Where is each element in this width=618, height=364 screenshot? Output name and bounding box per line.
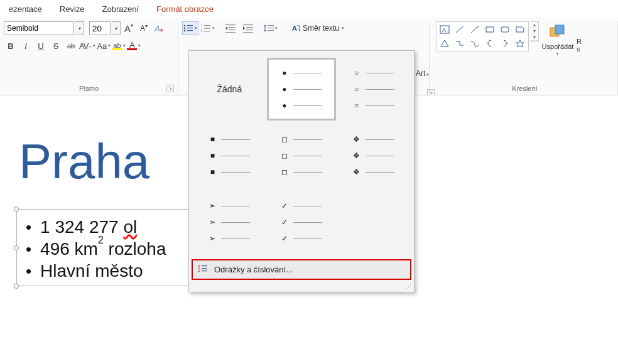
svg-rect-13 [229,27,236,28]
font-group-label-text: Písmo [79,85,99,92]
text: rozloha [104,239,166,259]
shape-triangle[interactable] [438,37,452,50]
bullet-option-empty [339,191,408,253]
underline-button[interactable]: U [34,39,48,53]
svg-rect-29 [501,27,509,32]
tab-view[interactable]: Zobrazení [94,2,148,16]
italic-button[interactable]: I [19,39,33,53]
svg-text:A: A [442,27,446,33]
svg-rect-35 [202,268,207,269]
svg-rect-21 [268,28,274,28]
svg-rect-15 [225,32,236,33]
svg-rect-7 [204,25,210,26]
arrange-button[interactable]: Uspořádat ▾ [540,21,575,59]
text-direction-button[interactable]: A Směr textu ▾ [289,23,347,34]
tab-slideshow-cut[interactable]: ezentace [0,2,51,16]
line-spacing-button[interactable] [263,21,279,35]
shapes-scroll-down[interactable]: ▾ [530,28,538,35]
decrease-indent-button[interactable] [222,21,239,35]
font-name-input[interactable] [4,21,74,35]
font-size-input[interactable] [89,21,111,35]
change-case-button[interactable]: Aa [97,39,111,53]
change-case-label: Aa [97,41,107,51]
svg-rect-20 [268,25,274,26]
shape-line[interactable] [453,23,467,36]
bullets-and-numbering-menuitem[interactable]: Odrážky a číslování... [192,259,411,280]
svg-rect-9 [204,28,210,29]
bullet-option-square[interactable]: ■ ■ ■ [195,125,264,186]
highlight-button[interactable]: ab [112,39,126,53]
shape-textbox[interactable]: A [438,23,452,36]
svg-text:A: A [292,24,297,32]
drawing-group-label: Kreslení [436,83,614,94]
svg-line-26 [456,26,464,33]
font-group-label: Písmo ↘ [4,83,174,94]
bullet-option-disc[interactable]: ● ● ● [268,58,336,120]
bullet-option-check[interactable]: ✓ ✓ ✓ [268,191,336,253]
svg-rect-16 [243,24,253,25]
bullet-option-big-square[interactable]: ◻ ◻ ◻ [268,125,336,186]
dropdown-resize-grip[interactable]: ⋰ [189,284,414,292]
increase-indent-button[interactable] [240,21,256,35]
resize-handle[interactable] [14,245,19,250]
svg-rect-28 [486,27,494,32]
svg-line-27 [471,27,477,33]
svg-point-34 [198,268,200,269]
shapes-gallery-scroll[interactable]: ▴ ▾ ▾ [530,21,539,41]
shape-rounded-rect[interactable] [498,23,512,36]
tab-picture-format[interactable]: Formát obrazce [148,2,222,16]
svg-rect-1 [187,25,193,26]
text: 1 324 277 [40,217,123,237]
bullets-button[interactable] [182,21,198,35]
bullet-option-none[interactable]: Žádná [195,58,264,120]
char-spacing-button[interactable]: AV↔ [79,39,95,53]
shape-connector2[interactable] [468,37,482,50]
wordart-button-peek[interactable]: Art▾ [416,69,429,78]
bullet-option-circle[interactable]: ○ ○ ○ [339,58,408,120]
svg-rect-18 [246,29,253,30]
svg-rect-17 [246,27,253,28]
svg-rect-5 [187,30,193,31]
shrink-font-button[interactable]: A▾ [137,21,151,35]
strikethrough-button[interactable]: S [49,39,63,53]
font-size-dropdown[interactable]: ▾ [112,21,121,35]
shape-snip-rect[interactable] [513,23,527,36]
text: Hlavní město [40,260,143,282]
font-dialog-launcher[interactable]: ↘ [166,85,174,92]
svg-point-4 [184,30,186,32]
svg-rect-14 [229,29,236,30]
bullet-option-arrow[interactable]: ➣ ➣ ➣ [195,191,264,253]
svg-rect-22 [268,30,274,31]
grow-font-button[interactable]: A▴ [122,21,136,35]
font-name-dropdown[interactable]: ▾ [75,21,84,35]
shape-rect[interactable] [483,23,497,36]
svg-rect-31 [555,25,564,34]
shape-connector1[interactable] [453,37,467,50]
clear-formatting-button[interactable]: Aᵩ [152,21,166,35]
bullet-icon: • [26,263,31,279]
svg-point-32 [198,265,200,267]
shapes-scroll-up[interactable]: ▴ [530,22,538,28]
numbering-button[interactable]: 123 [200,21,216,35]
text: 496 km [40,239,98,259]
arrange-label: Uspořádat [542,43,574,50]
resize-handle[interactable] [14,284,19,289]
bold-button[interactable]: B [4,39,18,53]
shapes-gallery-more[interactable]: ▾ [530,35,538,41]
shapes-gallery[interactable]: A [436,21,529,51]
font-color-button[interactable]: A [127,39,141,53]
tab-review[interactable]: Revize [51,2,94,16]
svg-rect-11 [204,31,210,31]
shape-arrow-line[interactable] [468,23,482,36]
shape-brace-l[interactable] [483,37,497,50]
shape-brace-r[interactable] [498,37,512,50]
text-direction-icon: A [291,24,300,33]
bullet-option-diamond[interactable]: ❖ ❖ ❖ [339,125,408,186]
bullet-icon: • [26,241,31,257]
subscript-button[interactable]: ab [64,39,78,53]
resize-handle[interactable] [14,206,19,211]
svg-text:3: 3 [201,29,203,33]
shape-star[interactable] [513,37,527,50]
quick-styles-cut[interactable]: R s [577,21,582,53]
svg-rect-12 [225,24,236,25]
